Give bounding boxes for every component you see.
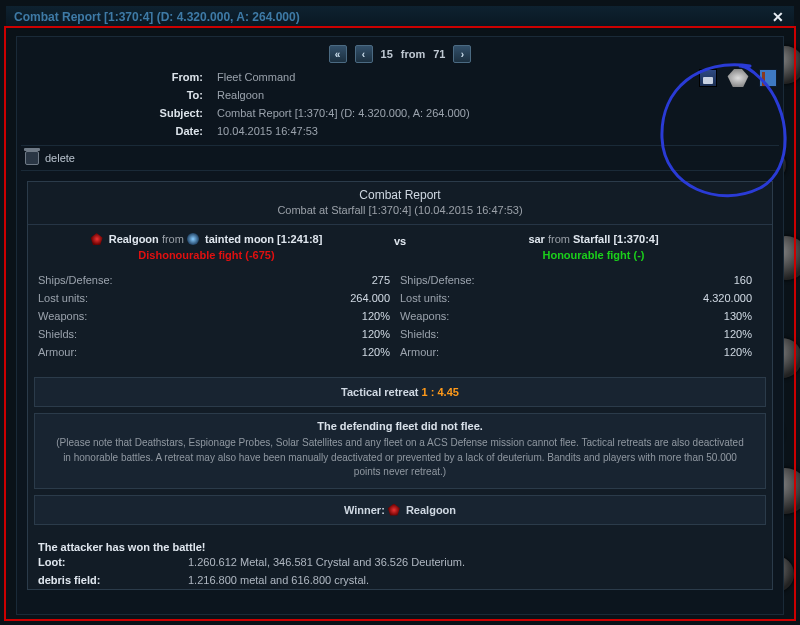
defender-origin: Starfall [1:370:4] bbox=[573, 233, 659, 245]
meta-subject-label: Subject: bbox=[27, 107, 217, 119]
stat-value: 160 bbox=[662, 274, 752, 286]
winner-name: Realgoon bbox=[406, 504, 456, 516]
stat-label: Lost units: bbox=[400, 292, 450, 304]
combat-stats: Ships/Defense:275 Lost units:264.000 Wea… bbox=[28, 265, 772, 371]
combat-report: Combat Report Combat at Starfall [1:370:… bbox=[27, 181, 773, 590]
stat-label: Armour: bbox=[400, 346, 439, 358]
result-headline: The attacker has won the battle! bbox=[38, 541, 762, 553]
trash-icon bbox=[25, 151, 39, 165]
debris-label: debris field: bbox=[38, 574, 188, 586]
pager-next-icon[interactable]: › bbox=[453, 45, 471, 63]
pager-sep: from bbox=[401, 48, 425, 60]
save-icon[interactable] bbox=[699, 69, 717, 87]
message-panel: « ‹ 15 from 71 › From: Fleet Command To:… bbox=[16, 36, 784, 615]
window-title: Combat Report [1:370:4] (D: 4.320.000, A… bbox=[14, 10, 300, 24]
meta-from-value: Fleet Command bbox=[217, 71, 773, 83]
stat-label: Shields: bbox=[38, 328, 77, 340]
pager: « ‹ 15 from 71 › bbox=[27, 43, 773, 71]
stat-label: Armour: bbox=[38, 346, 77, 358]
meta-from-label: From: bbox=[27, 71, 217, 83]
attacker-from-word: from bbox=[162, 233, 184, 245]
noflee-text: (Please note that Deathstars, Espionage … bbox=[53, 436, 747, 480]
delete-button[interactable]: delete bbox=[21, 145, 779, 171]
vs-label: vs bbox=[385, 233, 415, 247]
close-icon[interactable]: ✕ bbox=[770, 9, 786, 25]
simulate-icon[interactable] bbox=[725, 69, 751, 87]
tactical-retreat: Tactical retreat 1 : 4.45 bbox=[34, 377, 766, 407]
stat-label: Weapons: bbox=[400, 310, 449, 322]
defender-from-word: from bbox=[548, 233, 570, 245]
debris-value: 1.216.800 metal and 616.800 crystal. bbox=[188, 574, 762, 586]
noflee-info: The defending fleet did not flee. (Pleas… bbox=[34, 413, 766, 489]
pager-total: 71 bbox=[433, 48, 445, 60]
report-subheading: Combat at Starfall [1:370:4] (10.04.2015… bbox=[28, 204, 772, 224]
pager-prev-icon[interactable]: ‹ bbox=[355, 45, 373, 63]
stat-value: 120% bbox=[300, 346, 390, 358]
stat-label: Ships/Defense: bbox=[400, 274, 475, 286]
attacker-alliance-icon bbox=[91, 233, 103, 245]
stat-value: 264.000 bbox=[300, 292, 390, 304]
message-meta: From: Fleet Command To: Realgoon Subject… bbox=[27, 71, 773, 145]
attacker-stats: Ships/Defense:275 Lost units:264.000 Wea… bbox=[38, 271, 400, 361]
retreat-value: 1 : 4.45 bbox=[422, 386, 459, 398]
retreat-label: Tactical retreat bbox=[341, 386, 418, 398]
attacker-origin: tainted moon [1:241:8] bbox=[205, 233, 322, 245]
winner-alliance-icon bbox=[388, 504, 400, 516]
attacker-honor-value: (-675) bbox=[245, 249, 274, 261]
winner-band: Winner: Realgoon bbox=[34, 495, 766, 525]
stat-label: Lost units: bbox=[38, 292, 88, 304]
defender-honor-label: Honourable fight bbox=[542, 249, 630, 261]
report-heading: Combat Report bbox=[28, 182, 772, 204]
stat-value: 130% bbox=[662, 310, 752, 322]
attacker-honor-label: Dishonourable fight bbox=[138, 249, 242, 261]
window-titlebar: Combat Report [1:370:4] (D: 4.320.000, A… bbox=[6, 6, 794, 28]
attacker-block: Realgoon from tainted moon [1:241:8] Dis… bbox=[28, 233, 385, 261]
stat-value: 120% bbox=[662, 328, 752, 340]
pager-current: 15 bbox=[381, 48, 393, 60]
defender-block: sar from Starfall [1:370:4] Honourable f… bbox=[415, 233, 772, 261]
attacker-name: Realgoon bbox=[109, 233, 159, 245]
stat-label: Shields: bbox=[400, 328, 439, 340]
meta-date-label: Date: bbox=[27, 125, 217, 137]
winner-label: Winner: bbox=[344, 504, 385, 516]
loot-label: Loot: bbox=[38, 556, 188, 568]
defender-stats: Ships/Defense:160 Lost units:4.320.000 W… bbox=[400, 271, 762, 361]
meta-subject-value: Combat Report [1:370:4] (D: 4.320.000, A… bbox=[217, 107, 773, 119]
attacker-moon-icon bbox=[187, 233, 199, 245]
meta-to-value: Realgoon bbox=[217, 89, 773, 101]
delete-label: delete bbox=[45, 152, 75, 164]
stat-value: 120% bbox=[300, 328, 390, 340]
pager-first-icon[interactable]: « bbox=[329, 45, 347, 63]
stat-value: 120% bbox=[300, 310, 390, 322]
stat-label: Ships/Defense: bbox=[38, 274, 113, 286]
result-block: The attacker has won the battle! Loot: 1… bbox=[28, 531, 772, 589]
share-icon[interactable] bbox=[759, 69, 777, 87]
defender-honor-value: (-) bbox=[634, 249, 645, 261]
noflee-title: The defending fleet did not flee. bbox=[53, 420, 747, 432]
meta-to-label: To: bbox=[27, 89, 217, 101]
stat-value: 275 bbox=[300, 274, 390, 286]
defender-name: sar bbox=[528, 233, 545, 245]
stat-value: 4.320.000 bbox=[662, 292, 752, 304]
stat-value: 120% bbox=[662, 346, 752, 358]
loot-value: 1.260.612 Metal, 346.581 Crystal and 36.… bbox=[188, 556, 762, 568]
meta-date-value: 10.04.2015 16:47:53 bbox=[217, 125, 773, 137]
stat-label: Weapons: bbox=[38, 310, 87, 322]
message-actions bbox=[699, 69, 777, 87]
combat-parties: Realgoon from tainted moon [1:241:8] Dis… bbox=[28, 225, 772, 265]
